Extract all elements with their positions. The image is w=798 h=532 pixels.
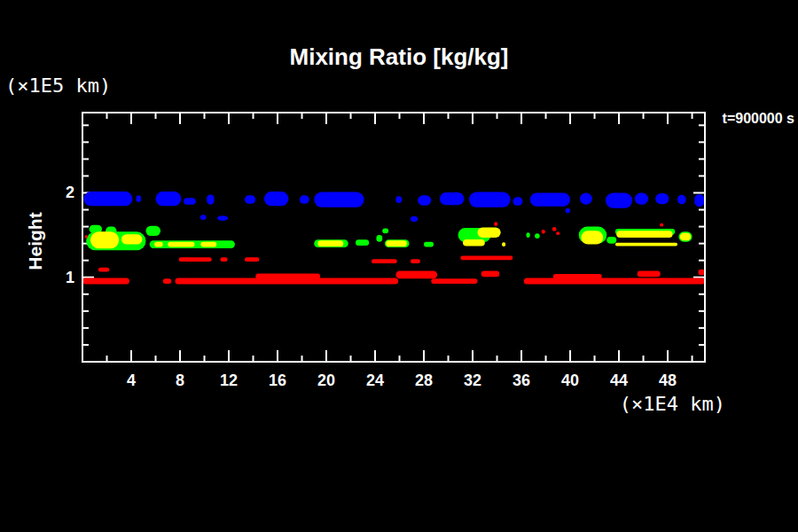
mid-cloud-green-blob [606, 237, 616, 244]
upper-cloud-band-blue-blob [300, 195, 309, 204]
mid-cloud-yellow-blob [680, 233, 691, 241]
lower-band-red-blob [163, 278, 172, 284]
lower-band-red-blob [638, 271, 661, 278]
plot-area: 481216202428323640444812 [0, 0, 798, 532]
upper-cloud-band-blue-blob [314, 192, 364, 207]
y-tick-label: 1 [66, 269, 74, 286]
lower-band-red-blob [431, 278, 477, 284]
x-tick-label: 12 [220, 372, 238, 389]
upper-cloud-band-blue-blob [184, 198, 196, 205]
lower-band-red-blob [245, 257, 260, 262]
x-tick-label: 8 [176, 372, 184, 389]
upper-cloud-band-blue-blob [580, 192, 592, 204]
x-tick-label: 32 [464, 372, 481, 389]
lower-band-red-dot [556, 231, 559, 235]
lower-band-red-dot [542, 230, 545, 234]
x-tick-label: 20 [317, 372, 335, 389]
lower-band-red-dot [660, 223, 663, 227]
mid-cloud-yellow-blob [616, 231, 672, 238]
mid-cloud-green-blob [376, 235, 382, 242]
lower-band-red-dot [85, 235, 88, 239]
lower-band-red-dot [494, 222, 497, 226]
upper-cloud-band-blue-blob [137, 195, 142, 202]
upper-cloud-band-blue-blob [418, 195, 431, 205]
mid-cloud-yellow-blob [200, 242, 216, 247]
x-tick-label: 4 [127, 372, 136, 389]
mid-cloud-yellow-blob [121, 234, 142, 244]
upper-cloud-band-blue-blob [512, 197, 522, 206]
lower-band-red-blob [255, 273, 320, 279]
mid-cloud-yellow-blob [154, 242, 163, 247]
lower-band-red-blob [411, 259, 420, 263]
lower-band-red-blob [524, 278, 705, 284]
mid-cloud-yellow-blob [615, 243, 677, 246]
upper-cloud-band-blue-blob [83, 192, 132, 206]
lower-band-red-blob [553, 274, 602, 279]
lower-band-red-blob [82, 278, 129, 284]
upper-cloud-band-blue-blob [677, 195, 686, 204]
upper-cloud-band-blue-blob [469, 192, 511, 207]
mid-cloud-yellow-blob [502, 242, 505, 246]
mid-cloud-green-blob [146, 226, 161, 236]
mid-cloud-green-blob [382, 228, 388, 233]
upper-cloud-band-blue-blob [207, 194, 214, 204]
mid-cloud-yellow-blob [317, 240, 343, 246]
mid-cloud-yellow-blob [581, 231, 603, 244]
upper-cloud-band-blue-blob [395, 196, 402, 203]
plot-window: Mixing Ratio [kg/kg] (×1E5 km) t=900000 … [0, 0, 798, 532]
upper-cloud-band-blue-blob [694, 194, 704, 207]
upper-cloud-band-blue-blob [440, 192, 465, 205]
upper-cloud-band-blue-blob [606, 192, 632, 207]
upper-cloud-band-blue-dot [217, 215, 228, 221]
mid-cloud-green-blob [356, 239, 369, 246]
upper-cloud-band-blue-dot [200, 215, 207, 220]
x-tick-label: 28 [415, 372, 433, 389]
lower-band-red-blob [698, 270, 705, 276]
lower-band-red-blob [372, 259, 397, 263]
lower-band-red-blob [220, 257, 227, 262]
mid-cloud-green-blob [424, 242, 434, 247]
y-tick-label: 2 [66, 184, 74, 201]
lower-band-red-blob [179, 257, 212, 262]
upper-cloud-band-blue-dot [411, 216, 418, 223]
upper-cloud-band-blue-blob [264, 192, 289, 206]
x-tick-label: 36 [512, 372, 530, 389]
x-tick-label: 16 [269, 372, 286, 389]
x-tick-label: 40 [561, 372, 579, 389]
lower-band-red-dot [552, 227, 557, 231]
upper-cloud-band-blue-blob [156, 192, 182, 206]
upper-cloud-band-blue-blob [655, 193, 669, 204]
mid-cloud-yellow-blob [463, 239, 485, 246]
mid-cloud-yellow-blob [168, 242, 194, 247]
upper-cloud-band-blue-blob [635, 192, 648, 204]
upper-cloud-band-blue-dot [566, 208, 571, 214]
mid-cloud-yellow-blob [386, 240, 406, 246]
lower-band-red-blob [481, 271, 500, 278]
upper-cloud-band-blue-blob [245, 195, 255, 204]
x-tick-label: 24 [366, 372, 384, 389]
mid-cloud-green-blob [535, 233, 540, 239]
mid-cloud-yellow-blob [478, 228, 501, 238]
mid-cloud-green-blob [527, 232, 530, 238]
mid-cloud-yellow-blob [90, 231, 119, 248]
lower-band-red-blob [460, 255, 512, 260]
x-tick-label: 48 [659, 372, 677, 389]
lower-band-red-blob [98, 268, 109, 272]
x-tick-label: 44 [610, 372, 628, 389]
upper-cloud-band-blue-blob [530, 192, 570, 206]
lower-band-red-blob [395, 271, 437, 279]
